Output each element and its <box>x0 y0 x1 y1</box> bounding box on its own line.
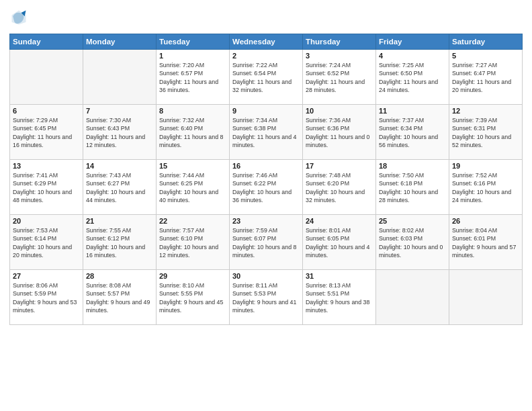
calendar-day-cell: 31Sunrise: 8:13 AMSunset: 5:51 PMDayligh… <box>303 270 376 325</box>
calendar-day-cell: 25Sunrise: 8:02 AMSunset: 6:03 PMDayligh… <box>376 215 449 270</box>
day-number: 14 <box>86 162 153 170</box>
calendar-day-cell <box>376 270 449 325</box>
day-info: Sunrise: 7:43 AMSunset: 6:27 PMDaylight:… <box>86 171 153 204</box>
day-info: Sunrise: 8:02 AMSunset: 6:03 PMDaylight:… <box>379 226 446 259</box>
day-number: 18 <box>379 162 446 170</box>
day-number: 16 <box>232 162 300 170</box>
day-info: Sunrise: 8:01 AMSunset: 6:05 PMDaylight:… <box>306 226 373 259</box>
calendar-day-cell: 29Sunrise: 8:10 AMSunset: 5:55 PMDayligh… <box>157 270 230 325</box>
day-number: 21 <box>86 217 153 225</box>
logo <box>9 8 31 27</box>
calendar-week-row: 20Sunrise: 7:53 AMSunset: 6:14 PMDayligh… <box>10 215 523 270</box>
day-number: 15 <box>159 162 226 170</box>
day-number: 30 <box>232 272 300 280</box>
calendar-day-cell: 28Sunrise: 8:08 AMSunset: 5:57 PMDayligh… <box>83 270 157 325</box>
day-info: Sunrise: 7:32 AMSunset: 6:40 PMDaylight:… <box>159 116 226 149</box>
calendar-day-cell: 9Sunrise: 7:34 AMSunset: 6:38 PMDaylight… <box>230 105 303 160</box>
day-info: Sunrise: 7:55 AMSunset: 6:12 PMDaylight:… <box>86 226 153 259</box>
calendar-day-cell: 5Sunrise: 7:27 AMSunset: 6:47 PMDaylight… <box>449 50 523 105</box>
day-info: Sunrise: 7:44 AMSunset: 6:25 PMDaylight:… <box>159 171 226 204</box>
day-of-week-header: Thursday <box>303 34 376 50</box>
calendar-day-cell: 15Sunrise: 7:44 AMSunset: 6:25 PMDayligh… <box>157 160 230 215</box>
day-number: 9 <box>232 107 300 115</box>
calendar-week-row: 13Sunrise: 7:41 AMSunset: 6:29 PMDayligh… <box>10 160 523 215</box>
calendar-day-cell: 24Sunrise: 8:01 AMSunset: 6:05 PMDayligh… <box>303 215 376 270</box>
day-number: 31 <box>306 272 373 280</box>
day-info: Sunrise: 8:06 AMSunset: 5:59 PMDaylight:… <box>13 281 80 314</box>
day-number: 10 <box>306 107 373 115</box>
day-number: 5 <box>452 52 519 60</box>
day-info: Sunrise: 7:57 AMSunset: 6:10 PMDaylight:… <box>159 226 226 259</box>
day-of-week-header: Tuesday <box>157 34 230 50</box>
day-of-week-header: Monday <box>83 34 157 50</box>
day-number: 2 <box>232 52 300 60</box>
day-number: 7 <box>86 107 153 115</box>
day-of-week-header: Sunday <box>10 34 83 50</box>
day-info: Sunrise: 7:50 AMSunset: 6:18 PMDaylight:… <box>379 171 446 204</box>
day-info: Sunrise: 8:10 AMSunset: 5:55 PMDaylight:… <box>159 281 226 314</box>
day-info: Sunrise: 7:46 AMSunset: 6:22 PMDaylight:… <box>232 171 300 204</box>
calendar-day-cell: 23Sunrise: 7:59 AMSunset: 6:07 PMDayligh… <box>230 215 303 270</box>
calendar-day-cell: 20Sunrise: 7:53 AMSunset: 6:14 PMDayligh… <box>10 215 83 270</box>
calendar-day-cell: 2Sunrise: 7:22 AMSunset: 6:54 PMDaylight… <box>230 50 303 105</box>
page-container: SundayMondayTuesdayWednesdayThursdayFrid… <box>0 0 532 330</box>
day-info: Sunrise: 7:27 AMSunset: 6:47 PMDaylight:… <box>452 61 519 94</box>
day-number: 13 <box>13 162 80 170</box>
calendar-day-cell: 1Sunrise: 7:20 AMSunset: 6:57 PMDaylight… <box>157 50 230 105</box>
day-of-week-header: Friday <box>376 34 449 50</box>
calendar-day-cell: 3Sunrise: 7:24 AMSunset: 6:52 PMDaylight… <box>303 50 376 105</box>
day-number: 19 <box>452 162 519 170</box>
calendar-day-cell: 21Sunrise: 7:55 AMSunset: 6:12 PMDayligh… <box>83 215 157 270</box>
day-of-week-header: Saturday <box>449 34 523 50</box>
day-info: Sunrise: 7:30 AMSunset: 6:43 PMDaylight:… <box>86 116 153 149</box>
day-number: 24 <box>306 217 373 225</box>
day-number: 22 <box>159 217 226 225</box>
calendar-week-row: 1Sunrise: 7:20 AMSunset: 6:57 PMDaylight… <box>10 50 523 105</box>
day-info: Sunrise: 7:37 AMSunset: 6:34 PMDaylight:… <box>379 116 446 149</box>
day-info: Sunrise: 8:04 AMSunset: 6:01 PMDaylight:… <box>452 226 519 259</box>
day-info: Sunrise: 7:41 AMSunset: 6:29 PMDaylight:… <box>13 171 80 204</box>
day-number: 6 <box>13 107 80 115</box>
calendar-day-cell: 22Sunrise: 7:57 AMSunset: 6:10 PMDayligh… <box>157 215 230 270</box>
calendar-week-row: 27Sunrise: 8:06 AMSunset: 5:59 PMDayligh… <box>10 270 523 325</box>
day-number: 17 <box>306 162 373 170</box>
day-number: 23 <box>232 217 300 225</box>
day-info: Sunrise: 7:53 AMSunset: 6:14 PMDaylight:… <box>13 226 80 259</box>
day-number: 29 <box>159 272 226 280</box>
calendar-day-cell: 7Sunrise: 7:30 AMSunset: 6:43 PMDaylight… <box>83 105 157 160</box>
day-info: Sunrise: 7:59 AMSunset: 6:07 PMDaylight:… <box>232 226 300 259</box>
day-info: Sunrise: 7:22 AMSunset: 6:54 PMDaylight:… <box>232 61 300 94</box>
day-number: 11 <box>379 107 446 115</box>
logo-icon <box>9 8 28 27</box>
calendar-day-cell: 18Sunrise: 7:50 AMSunset: 6:18 PMDayligh… <box>376 160 449 215</box>
day-info: Sunrise: 7:29 AMSunset: 6:45 PMDaylight:… <box>13 116 80 149</box>
page-header <box>9 8 523 27</box>
calendar-day-cell: 14Sunrise: 7:43 AMSunset: 6:27 PMDayligh… <box>83 160 157 215</box>
day-number: 26 <box>452 217 519 225</box>
day-info: Sunrise: 7:36 AMSunset: 6:36 PMDaylight:… <box>306 116 373 149</box>
calendar-week-row: 6Sunrise: 7:29 AMSunset: 6:45 PMDaylight… <box>10 105 523 160</box>
day-number: 20 <box>13 217 80 225</box>
day-info: Sunrise: 7:24 AMSunset: 6:52 PMDaylight:… <box>306 61 373 94</box>
calendar-header-row: SundayMondayTuesdayWednesdayThursdayFrid… <box>10 34 523 50</box>
day-number: 28 <box>86 272 153 280</box>
day-of-week-header: Wednesday <box>230 34 303 50</box>
day-info: Sunrise: 7:20 AMSunset: 6:57 PMDaylight:… <box>159 61 226 94</box>
calendar-day-cell: 26Sunrise: 8:04 AMSunset: 6:01 PMDayligh… <box>449 215 523 270</box>
calendar-day-cell: 30Sunrise: 8:11 AMSunset: 5:53 PMDayligh… <box>230 270 303 325</box>
calendar-day-cell: 13Sunrise: 7:41 AMSunset: 6:29 PMDayligh… <box>10 160 83 215</box>
calendar-day-cell: 4Sunrise: 7:25 AMSunset: 6:50 PMDaylight… <box>376 50 449 105</box>
day-number: 27 <box>13 272 80 280</box>
day-info: Sunrise: 8:11 AMSunset: 5:53 PMDaylight:… <box>232 281 300 314</box>
calendar-day-cell: 6Sunrise: 7:29 AMSunset: 6:45 PMDaylight… <box>10 105 83 160</box>
day-number: 12 <box>452 107 519 115</box>
calendar-day-cell <box>83 50 157 105</box>
day-number: 8 <box>159 107 226 115</box>
calendar-day-cell: 19Sunrise: 7:52 AMSunset: 6:16 PMDayligh… <box>449 160 523 215</box>
day-info: Sunrise: 8:08 AMSunset: 5:57 PMDaylight:… <box>86 281 153 314</box>
calendar-day-cell <box>449 270 523 325</box>
day-info: Sunrise: 7:34 AMSunset: 6:38 PMDaylight:… <box>232 116 300 149</box>
calendar-table: SundayMondayTuesdayWednesdayThursdayFrid… <box>9 34 523 325</box>
calendar-day-cell: 10Sunrise: 7:36 AMSunset: 6:36 PMDayligh… <box>303 105 376 160</box>
day-number: 25 <box>379 217 446 225</box>
